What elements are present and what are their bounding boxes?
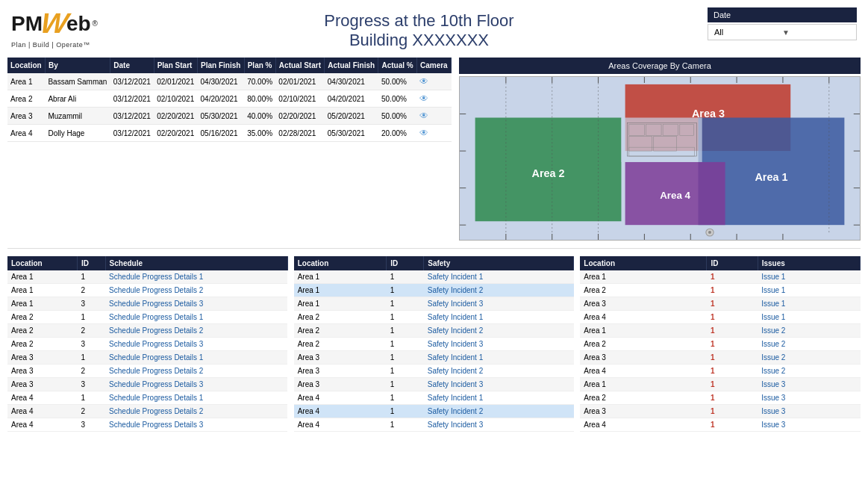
- cell-detail[interactable]: Issue 3: [758, 418, 860, 432]
- cell-id: 2: [77, 365, 105, 378]
- cell-detail[interactable]: Schedule Progress Details 1: [105, 351, 287, 365]
- cell-location: Area 3: [294, 378, 387, 391]
- cell-detail[interactable]: Safety Incident 2: [424, 405, 574, 418]
- cell-id: 1: [707, 284, 758, 297]
- cell-detail[interactable]: Schedule Progress Details 3: [105, 338, 287, 351]
- cell-id: 1: [387, 391, 424, 405]
- cell-detail[interactable]: Safety Incident 1: [424, 391, 574, 405]
- cell-detail[interactable]: Schedule Progress Details 1: [105, 311, 287, 324]
- cell-plan-pct: 35.00%: [244, 125, 275, 142]
- list-item: Area 4 1 Schedule Progress Details 1: [7, 391, 287, 405]
- cell-camera[interactable]: 👁: [416, 90, 451, 108]
- list-item: Area 1 1 Safety Incident 2: [294, 284, 574, 297]
- cell-plan-start: 02/01/2021: [154, 73, 197, 90]
- cell-location: Area 3: [7, 351, 77, 365]
- cell-location: Area 4: [294, 391, 387, 405]
- cell-detail[interactable]: Safety Incident 3: [424, 297, 574, 311]
- list-item: Area 4 3 Schedule Progress Details 3: [7, 418, 287, 432]
- cell-location: Area 4: [7, 125, 45, 142]
- cell-detail[interactable]: Safety Incident 2: [424, 284, 574, 297]
- cell-detail[interactable]: Issue 2: [758, 338, 860, 351]
- cell-actual-finish: 05/30/2021: [325, 125, 378, 142]
- cell-detail[interactable]: Safety Incident 2: [424, 324, 574, 338]
- camera-eye-icon[interactable]: 👁: [419, 76, 428, 87]
- schedule-col-id: ID: [77, 256, 105, 270]
- cell-detail[interactable]: Issue 1: [758, 284, 860, 297]
- cell-detail[interactable]: Safety Incident 3: [424, 418, 574, 432]
- cell-plan-finish: 05/16/2021: [198, 125, 245, 142]
- list-item: Area 1 1 Schedule Progress Details 1: [7, 270, 287, 284]
- list-item: Area 2 3 Schedule Progress Details 3: [7, 338, 287, 351]
- cell-id: 2: [77, 284, 105, 297]
- cell-actual-finish: 04/30/2021: [325, 73, 378, 90]
- cell-detail[interactable]: Issue 2: [758, 324, 860, 338]
- camera-eye-icon[interactable]: 👁: [419, 93, 428, 104]
- cell-detail[interactable]: Issue 3: [758, 405, 860, 418]
- list-item: Area 2 1 Issue 1: [580, 284, 860, 297]
- safety-col-safety: Safety: [424, 256, 574, 270]
- cell-detail[interactable]: Safety Incident 1: [424, 270, 574, 284]
- cell-id: 1: [707, 338, 758, 351]
- cell-location: Area 3: [580, 297, 707, 311]
- date-select-dropdown[interactable]: All ▼: [708, 24, 857, 40]
- list-item: Area 3 1 Issue 3: [580, 405, 860, 418]
- schedule-table: Location ID Schedule Area 1 1 Schedule P…: [7, 256, 288, 432]
- cell-detail[interactable]: Issue 3: [758, 391, 860, 405]
- cell-detail[interactable]: Issue 1: [758, 270, 860, 284]
- cell-id: 1: [707, 324, 758, 338]
- cell-id: 1: [387, 351, 424, 365]
- cell-id: 1: [77, 351, 105, 365]
- list-item: Area 3 1 Issue 1: [580, 297, 860, 311]
- list-item: Area 4 1 Issue 1: [580, 311, 860, 324]
- cell-detail[interactable]: Issue 1: [758, 297, 860, 311]
- col-by: By: [45, 58, 110, 73]
- camera-eye-icon[interactable]: 👁: [419, 128, 428, 138]
- cell-id: 1: [387, 311, 424, 324]
- cell-detail[interactable]: Safety Incident 1: [424, 351, 574, 365]
- cell-detail[interactable]: Safety Incident 3: [424, 378, 574, 391]
- cell-id: 3: [77, 378, 105, 391]
- col-camera: Camera: [416, 58, 451, 73]
- cell-detail[interactable]: Issue 3: [758, 378, 860, 391]
- progress-table: Location By Date Plan Start Plan Finish …: [7, 58, 452, 142]
- cell-location: Area 1: [294, 270, 387, 284]
- cell-detail[interactable]: Safety Incident 3: [424, 338, 574, 351]
- cell-detail[interactable]: Schedule Progress Details 3: [105, 297, 287, 311]
- cell-plan-finish: 05/30/2021: [198, 108, 245, 125]
- table-row: Area 3 Muzammil 03/12/2021 02/20/2021 05…: [7, 108, 452, 125]
- cell-location: Area 1: [7, 284, 77, 297]
- safety-table-wrap: Location ID Safety Area 1 1 Safety Incid…: [294, 256, 575, 432]
- cell-camera[interactable]: 👁: [416, 108, 451, 125]
- logo-slash-icon: W: [38, 7, 70, 40]
- cell-detail[interactable]: Schedule Progress Details 2: [105, 284, 287, 297]
- cell-detail[interactable]: Schedule Progress Details 1: [105, 391, 287, 405]
- cell-location: Area 4: [7, 391, 77, 405]
- logo-area: PM W eb ® Plan | Build | Operate™: [11, 7, 131, 49]
- cell-detail[interactable]: Schedule Progress Details 3: [105, 378, 287, 391]
- cell-id: 1: [387, 365, 424, 378]
- cell-location: Area 2: [580, 338, 707, 351]
- logo-pm-text: PM: [11, 12, 43, 36]
- cell-actual-pct: 20.00%: [378, 125, 417, 142]
- camera-eye-icon[interactable]: 👁: [419, 111, 428, 121]
- cell-detail[interactable]: Schedule Progress Details 2: [105, 324, 287, 338]
- cell-detail[interactable]: Schedule Progress Details 2: [105, 365, 287, 378]
- cell-camera[interactable]: 👁: [416, 73, 451, 90]
- cell-detail[interactable]: Safety Incident 1: [424, 311, 574, 324]
- cell-detail[interactable]: Schedule Progress Details 2: [105, 405, 287, 418]
- cell-detail[interactable]: Issue 2: [758, 351, 860, 365]
- cell-detail[interactable]: Schedule Progress Details 3: [105, 418, 287, 432]
- cell-detail[interactable]: Safety Incident 2: [424, 365, 574, 378]
- cell-detail[interactable]: Issue 1: [758, 311, 860, 324]
- cell-location: Area 3: [7, 108, 45, 125]
- cell-detail[interactable]: Schedule Progress Details 1: [105, 270, 287, 284]
- cell-camera[interactable]: 👁: [416, 125, 451, 142]
- cell-by: Muzammil: [45, 108, 110, 125]
- title-area: Progress at the 10th Floor Building XXXX…: [131, 7, 708, 50]
- list-item: Area 4 1 Issue 3: [580, 418, 860, 432]
- cell-detail[interactable]: Issue 2: [758, 365, 860, 378]
- cell-actual-start: 02/20/2021: [275, 108, 324, 125]
- cell-location: Area 3: [294, 365, 387, 378]
- cell-actual-finish: 05/20/2021: [325, 108, 378, 125]
- table-row: Area 4 Dolly Hage 03/12/2021 02/20/2021 …: [7, 125, 452, 142]
